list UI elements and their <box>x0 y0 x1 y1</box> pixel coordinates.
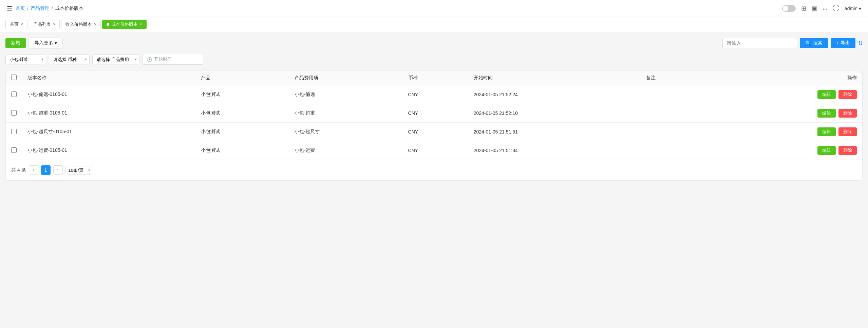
currency-filter[interactable]: 请选择 币种 <box>49 55 90 64</box>
table-header-row: 版本名称 产品 产品费用项 币种 开始时间 备注 操作 <box>6 70 862 85</box>
breadcrumb-current: 成本价格版本 <box>55 5 83 12</box>
pagination: 共 4 条 ‹ 1 › 10条/页 20条/页 50条/页 <box>6 160 862 180</box>
tab-income-price[interactable]: 收入价格版本 × <box>61 20 101 29</box>
tab-home-label: 首页 <box>10 21 19 27</box>
search-label: 搜索 <box>813 40 823 46</box>
row-remark <box>641 141 704 160</box>
tab-product-list-label: 产品列表 <box>33 21 51 27</box>
edit-button[interactable]: 编辑 <box>817 90 836 99</box>
tab-income-price-close[interactable]: × <box>94 22 96 27</box>
row-checkbox-cell <box>6 123 22 141</box>
row-checkbox[interactable] <box>11 110 17 116</box>
pagination-total: 共 4 条 <box>11 167 26 173</box>
table-row: 小包-超重-0105-01 小包测试 小包-超重 CNY 2024-01-05 … <box>6 104 862 123</box>
th-version-name: 版本名称 <box>22 70 195 85</box>
row-checkbox[interactable] <box>11 91 17 97</box>
table-row: 小包-运费-0105-01 小包测试 小包-运费 CNY 2024-01-05 … <box>6 141 862 160</box>
export-button[interactable]: ↑ 导出 <box>831 38 855 48</box>
delete-button[interactable]: 删除 <box>838 127 857 136</box>
row-fee-item: 小包-运费 <box>289 141 403 160</box>
tab-cost-price-close[interactable]: × <box>140 22 142 27</box>
row-product: 小包测试 <box>195 123 289 141</box>
delete-button[interactable]: 删除 <box>838 146 857 155</box>
tab-product-list[interactable]: 产品列表 × <box>29 20 60 29</box>
tablet-icon[interactable]: ▱ <box>823 5 828 12</box>
page-size-wrapper: 10条/页 20条/页 50条/页 <box>65 166 92 175</box>
row-remark <box>641 85 704 104</box>
row-checkbox-cell <box>6 104 22 123</box>
row-currency: CNY <box>403 85 468 104</box>
row-checkbox[interactable] <box>11 147 17 153</box>
product-filter-wrapper: 小包测试 <box>5 55 46 64</box>
row-product: 小包测试 <box>195 85 289 104</box>
import-label: 导入更多 <box>34 40 53 46</box>
row-product: 小包测试 <box>195 141 289 160</box>
row-currency: CNY <box>403 123 468 141</box>
row-checkbox[interactable] <box>11 129 17 134</box>
row-remark <box>641 123 704 141</box>
page-size-select[interactable]: 10条/页 20条/页 50条/页 <box>65 166 92 175</box>
header-right: ⊞ ▣ ▱ ⛶ admin ▾ <box>782 5 861 12</box>
row-product: 小包测试 <box>195 104 289 123</box>
tab-product-list-close[interactable]: × <box>53 22 55 27</box>
row-version-name: 小包-运费-0105-01 <box>22 141 195 160</box>
header: ☰ 首页 / 产品管理 / 成本价格版本 ⊞ ▣ ▱ ⛶ admin ▾ <box>0 0 868 17</box>
breadcrumb-sep-2: / <box>52 6 53 11</box>
admin-name: admin <box>845 6 857 11</box>
sidebar-icon[interactable]: ▣ <box>812 5 817 12</box>
search-icon: 🔍 <box>805 40 811 46</box>
page-content: 新增 导入更多 ▾ 🔍 搜索 ↑ 导出 ⇅ 小包测试 <box>0 32 868 326</box>
row-checkbox-cell <box>6 85 22 104</box>
row-fee-item: 小包-超重 <box>289 104 403 123</box>
search-input[interactable] <box>722 38 797 48</box>
th-fee-item: 产品费用项 <box>289 70 403 85</box>
fee-filter[interactable]: 请选择 产品费用 <box>92 55 139 64</box>
tab-home-close[interactable]: × <box>21 22 23 27</box>
breadcrumb-home[interactable]: 首页 <box>16 5 25 12</box>
row-version-name: 小包-偏远-0105-01 <box>22 85 195 104</box>
row-checkbox-cell <box>6 141 22 160</box>
menu-icon[interactable]: ☰ <box>7 5 12 12</box>
delete-button[interactable]: 删除 <box>838 90 857 99</box>
row-actions: 编辑 删除 <box>704 104 862 123</box>
edit-button[interactable]: 编辑 <box>817 109 836 118</box>
import-chevron-icon: ▾ <box>55 40 57 46</box>
prev-page-button[interactable]: ‹ <box>29 165 38 175</box>
row-actions: 编辑 删除 <box>704 85 862 104</box>
toolbar-left: 新增 导入更多 ▾ <box>5 38 63 48</box>
row-start-time: 2024-01-05 21:51:34 <box>468 141 641 160</box>
product-filter[interactable]: 小包测试 <box>5 55 46 64</box>
admin-menu[interactable]: admin ▾ <box>845 6 861 11</box>
search-button[interactable]: 🔍 搜索 <box>800 38 828 48</box>
edit-button[interactable]: 编辑 <box>817 146 836 155</box>
sort-icon[interactable]: ⇅ <box>858 40 863 46</box>
th-remark: 备注 <box>641 70 704 85</box>
delete-button[interactable]: 删除 <box>838 109 857 118</box>
fullscreen-icon[interactable]: ⛶ <box>833 5 839 12</box>
table-row: 小包-偏远-0105-01 小包测试 小包-偏远 CNY 2024-01-05 … <box>6 85 862 104</box>
row-fee-item: 小包-偏远 <box>289 85 403 104</box>
theme-toggle[interactable] <box>782 5 796 12</box>
edit-button[interactable]: 编辑 <box>817 127 836 136</box>
next-page-button[interactable]: › <box>53 165 63 175</box>
breadcrumb-sep-1: / <box>27 6 29 11</box>
row-start-time: 2024-01-05 21:52:24 <box>468 85 641 104</box>
tab-cost-price[interactable]: 成本价格版本 × <box>102 20 147 29</box>
tab-income-price-label: 收入价格版本 <box>65 21 92 27</box>
filters: 小包测试 请选择 币种 请选择 产品费用 🕐 开始时间 <box>5 54 863 65</box>
select-all-checkbox[interactable] <box>11 75 17 80</box>
breadcrumb-product[interactable]: 产品管理 <box>31 5 50 12</box>
row-currency: CNY <box>403 141 468 160</box>
row-remark <box>641 104 704 123</box>
date-filter[interactable]: 🕐 开始时间 <box>142 54 203 65</box>
current-page[interactable]: 1 <box>41 165 51 175</box>
th-product: 产品 <box>195 70 289 85</box>
th-currency: 币种 <box>403 70 468 85</box>
add-button[interactable]: 新增 <box>5 38 26 48</box>
th-action: 操作 <box>704 70 862 85</box>
toolbar: 新增 导入更多 ▾ 🔍 搜索 ↑ 导出 ⇅ <box>5 38 863 48</box>
export-label: 导出 <box>841 40 850 46</box>
layout-icon[interactable]: ⊞ <box>801 5 806 12</box>
tab-home[interactable]: 首页 × <box>5 20 27 29</box>
import-button[interactable]: 导入更多 ▾ <box>29 38 63 48</box>
